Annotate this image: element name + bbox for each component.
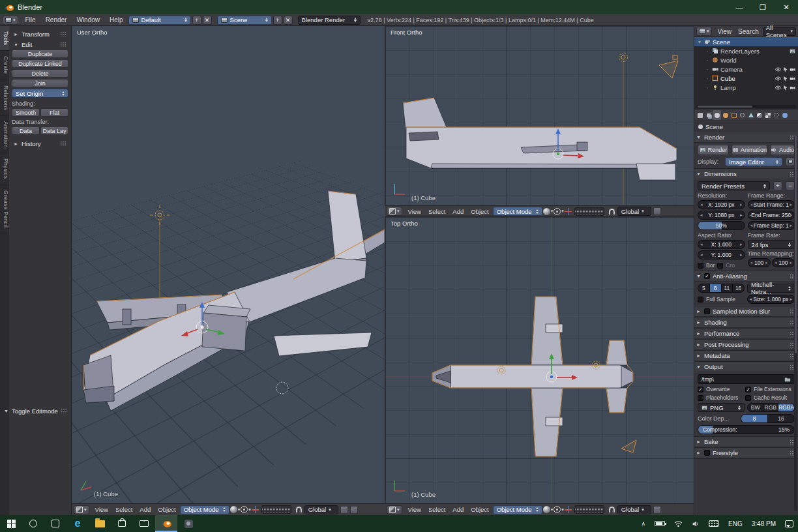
layers-widget[interactable] xyxy=(261,505,291,514)
properties-tab-render-icon[interactable] xyxy=(696,110,704,120)
visibility-eye-icon[interactable] xyxy=(775,66,781,72)
crop-checkbox[interactable] xyxy=(717,263,723,269)
full-sample-checkbox[interactable] xyxy=(698,297,703,303)
post-processing-panel-header[interactable]: ►Post Processing xyxy=(694,340,798,350)
edit-panel-header[interactable]: ▼Edit xyxy=(12,39,68,50)
viewport-shading-icon[interactable] xyxy=(543,208,550,215)
aspect-x-field[interactable]: ◂X: 1.000▸ xyxy=(698,240,745,249)
viewport-user-ortho[interactable]: User Ortho xyxy=(72,26,385,503)
depth-16-toggle[interactable]: 16 xyxy=(768,414,795,423)
orientation-dropdown[interactable]: Global▾ xyxy=(617,207,651,216)
minimize-button[interactable]: — xyxy=(728,0,751,14)
outliner-row-world[interactable]: ◦ World xyxy=(694,55,798,65)
bw-toggle[interactable]: BW xyxy=(747,403,763,412)
airplane-model[interactable] xyxy=(432,297,633,456)
data-transfer-layout-button[interactable]: Data Lay xyxy=(40,126,68,135)
select-menu[interactable]: Select xyxy=(112,506,136,513)
dot-expander-icon[interactable]: ◦ xyxy=(705,67,710,72)
render-animation-icon[interactable] xyxy=(350,506,358,514)
outliner-search-menu[interactable]: Search xyxy=(735,28,761,35)
resolution-x-field[interactable]: ◂X: 1920 px▸ xyxy=(698,200,745,209)
editor-type-button[interactable]: ▾ xyxy=(74,505,89,514)
snap-magnet-icon[interactable] xyxy=(296,507,302,512)
properties-tab-texture-icon[interactable] xyxy=(763,110,772,120)
airplane-model[interactable] xyxy=(403,98,677,180)
duplicate-linked-button[interactable]: Duplicate Linked xyxy=(12,59,68,68)
rgb-toggle[interactable]: RGB xyxy=(763,403,778,412)
scene-canvas-front[interactable] xyxy=(385,26,694,205)
visibility-eye-icon[interactable] xyxy=(775,76,781,81)
remove-scene-button[interactable]: ✕ xyxy=(284,16,293,25)
object-menu[interactable]: Object xyxy=(155,506,179,513)
orientation-dropdown[interactable]: Global▾ xyxy=(304,505,338,514)
manipulator-axis-icon[interactable] xyxy=(565,208,572,215)
snap-magnet-icon[interactable] xyxy=(609,507,615,512)
shelf-tab-grease-pencil[interactable]: Grease Pencil xyxy=(0,185,9,233)
outliner-row-renderlayers[interactable]: ◦ RenderLayers xyxy=(694,46,798,55)
blender-taskbar-button[interactable] xyxy=(155,515,177,532)
outliner-scrollbar[interactable] xyxy=(696,105,796,108)
pivot-center-icon[interactable] xyxy=(241,506,248,513)
object-menu[interactable]: Object xyxy=(467,208,492,215)
editor-type-button[interactable]: ▾ xyxy=(696,27,712,36)
properties-tab-data-icon[interactable] xyxy=(746,110,755,120)
remap-new-field[interactable]: ◂100▸ xyxy=(772,258,795,267)
remove-layout-button[interactable]: ✕ xyxy=(203,16,212,25)
maximize-button[interactable]: ❐ xyxy=(751,0,775,14)
edge-button[interactable]: e xyxy=(66,515,89,532)
camera-object[interactable] xyxy=(621,440,636,452)
add-preset-button[interactable]: + xyxy=(773,181,782,190)
layers-widget[interactable] xyxy=(574,505,604,514)
manipulator-axis-icon[interactable] xyxy=(565,506,572,513)
shade-smooth-button[interactable]: Smooth xyxy=(12,108,40,117)
scene-dropdown[interactable]: Scene xyxy=(217,16,272,25)
properties-tab-render-layers-icon[interactable] xyxy=(704,110,713,120)
resolution-y-field[interactable]: ◂Y: 1080 px▸ xyxy=(698,211,745,220)
network-indicator[interactable] xyxy=(670,515,687,532)
frame-step-field[interactable]: ◂Frame Step: 1▸ xyxy=(748,221,795,230)
shelf-tab-physics[interactable]: Physics xyxy=(0,153,9,185)
editor-type-button[interactable]: ▾ xyxy=(387,207,402,216)
transform-panel-header[interactable]: ►Transform xyxy=(12,29,68,39)
properties-tab-world-icon[interactable] xyxy=(721,110,730,120)
resolution-scale-slider[interactable]: 50% xyxy=(698,221,745,230)
aa-samples-11-toggle[interactable]: 11 xyxy=(722,284,733,293)
add-layout-button[interactable]: + xyxy=(192,16,201,25)
panel-drag-dots-icon[interactable] xyxy=(60,42,66,47)
snap-magnet-icon[interactable] xyxy=(609,209,615,214)
duplicate-button[interactable]: Duplicate xyxy=(12,50,68,58)
panel-drag-dots-icon[interactable] xyxy=(60,141,66,146)
antialiasing-checkbox[interactable] xyxy=(704,273,710,279)
close-button[interactable]: ✕ xyxy=(775,0,798,14)
screen-layout-dropdown[interactable]: Default xyxy=(128,16,191,25)
delete-button[interactable]: Delete xyxy=(12,69,68,78)
selectability-cursor-icon[interactable] xyxy=(782,66,788,72)
cortana-button[interactable] xyxy=(22,515,44,532)
battery-indicator[interactable] xyxy=(650,515,670,532)
aa-filter-dropdown[interactable]: Mitchell-Netra... xyxy=(747,284,795,293)
display-dropdown[interactable]: Image Editor xyxy=(725,157,782,166)
pivot-center-icon[interactable] xyxy=(554,208,561,215)
aa-size-field[interactable]: ◂Size: 1.000 px▸ xyxy=(747,295,795,304)
aa-samples-5-toggle[interactable]: 5 xyxy=(698,284,710,293)
menu-help[interactable]: Help xyxy=(105,16,128,23)
renderability-camera-icon[interactable] xyxy=(790,85,795,91)
dot-expander-icon[interactable]: ◦ xyxy=(705,76,710,81)
scene-canvas-top[interactable] xyxy=(385,217,694,503)
outliner-view-menu[interactable]: View xyxy=(715,28,735,35)
store-button[interactable] xyxy=(111,515,133,532)
aa-samples-16-toggle[interactable]: 16 xyxy=(733,284,745,293)
visibility-eye-icon[interactable] xyxy=(775,85,781,91)
outliner-row-scene[interactable]: ▼ Scene xyxy=(694,37,798,46)
editor-type-button[interactable]: ▾ xyxy=(387,505,402,514)
dot-expander-icon[interactable]: ◦ xyxy=(705,85,710,90)
output-panel-header[interactable]: ▼Output xyxy=(694,362,798,372)
camera-object[interactable] xyxy=(659,55,678,78)
rgba-toggle[interactable]: RGBA xyxy=(778,403,795,412)
viewport-top-ortho[interactable]: Top Ortho xyxy=(385,217,694,503)
add-scene-button[interactable]: + xyxy=(273,16,282,25)
viewport-shading-icon[interactable] xyxy=(230,506,237,513)
fps-dropdown[interactable]: 24 fps xyxy=(748,240,795,249)
add-menu[interactable]: Add xyxy=(449,506,467,513)
shelf-tab-relations[interactable]: Relations xyxy=(0,80,9,116)
